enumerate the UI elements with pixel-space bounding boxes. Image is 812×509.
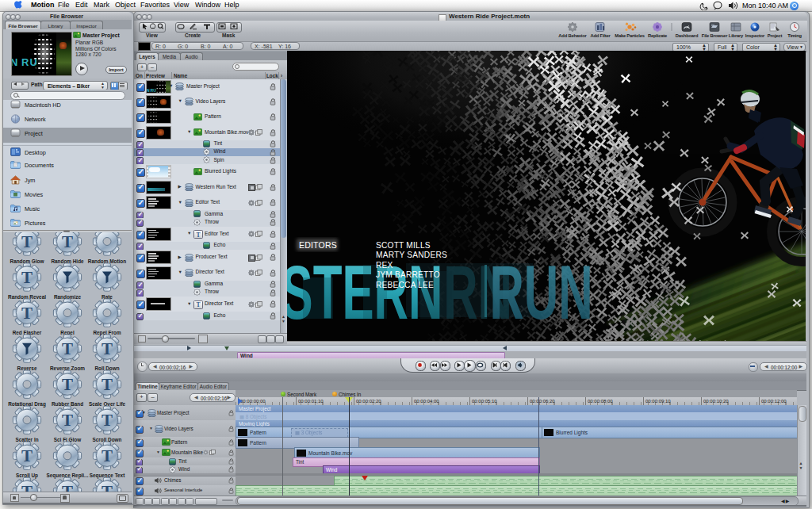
svg-text:T: T — [102, 339, 113, 358]
svg-text:T: T — [102, 482, 113, 492]
svg-text:T: T — [21, 304, 33, 323]
svg-text:T: T — [21, 232, 33, 251]
svg-text:T: T — [102, 446, 113, 465]
svg-text:T: T — [62, 411, 73, 430]
svg-text:T: T — [62, 482, 73, 492]
svg-text:T: T — [102, 411, 113, 430]
svg-text:REBECCA LEE: REBECCA LEE — [376, 281, 434, 289]
svg-text:RUN: RUN — [489, 249, 592, 335]
svg-text:JYM BARRETTO: JYM BARRETTO — [376, 270, 440, 279]
svg-text:T: T — [62, 339, 73, 358]
svg-text:T: T — [21, 268, 33, 287]
svg-text:T: T — [21, 482, 33, 492]
svg-text:REX: REX — [376, 261, 393, 270]
svg-text:EDITORS: EDITORS — [299, 240, 337, 250]
svg-text:SCOTT MILLS: SCOTT MILLS — [376, 241, 431, 250]
svg-text:T: T — [62, 232, 73, 251]
svg-text:T: T — [102, 375, 113, 394]
svg-text:T: T — [62, 375, 73, 394]
svg-text:T: T — [21, 446, 33, 465]
svg-text:MARTY SANDERS: MARTY SANDERS — [376, 251, 447, 259]
